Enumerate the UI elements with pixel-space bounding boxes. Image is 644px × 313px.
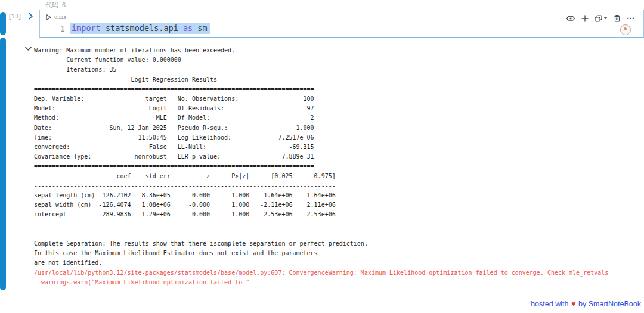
visibility-eye-icon[interactable] xyxy=(566,15,575,22)
code-token-alias: sm xyxy=(197,23,207,33)
footer-branding-link[interactable]: hosted with ♥ by SmartNoteBook xyxy=(531,299,641,308)
execution-count: [13] xyxy=(9,13,21,20)
run-row: 0.11s xyxy=(46,14,66,20)
run-duration: 0.11s xyxy=(54,14,66,20)
footer-suffix: by SmartNoteBook xyxy=(578,300,641,308)
output-text: Warning: Maximum number of iterations ha… xyxy=(34,46,608,268)
duplicate-cell-icon[interactable] xyxy=(595,15,608,22)
caret-down-icon[interactable] xyxy=(603,17,608,20)
collaborator-avatar[interactable] xyxy=(620,24,631,35)
add-cell-icon[interactable] xyxy=(581,15,589,22)
cell-title: 代码_6 xyxy=(45,1,66,10)
code-line-selected[interactable]: import statsmodels.api as sm xyxy=(70,23,210,34)
cell-toolbar: ⋯ xyxy=(566,14,635,22)
more-options-icon[interactable]: ⋯ xyxy=(627,16,635,21)
heart-icon: ♥ xyxy=(571,299,577,308)
delete-trash-icon[interactable] xyxy=(614,14,621,22)
cell-output: Warning: Maximum number of iterations ha… xyxy=(34,46,608,287)
line-number: 1 xyxy=(40,24,65,33)
code-token-keyword: import xyxy=(72,23,106,33)
chevron-down-icon[interactable] xyxy=(25,47,32,51)
code-cell[interactable]: 0.11s ⋯ 1 import statsmodels.api as sm xyxy=(39,10,644,38)
notebook-page: [13] 代码_6 0.11s xyxy=(0,0,644,313)
run-cell-button[interactable] xyxy=(46,14,51,20)
code-token-module: statsmodels.api xyxy=(106,23,183,33)
code-token-keyword: as xyxy=(183,23,197,33)
chevron-right-icon[interactable] xyxy=(27,13,34,20)
stderr-warning-text: /usr/local/lib/python3.12/site-packages/… xyxy=(34,268,608,287)
output-focus-bar[interactable] xyxy=(0,38,6,290)
code-editor-row[interactable]: 1 import statsmodels.api as sm xyxy=(40,23,643,34)
footer-prefix: hosted with xyxy=(531,300,568,308)
cell-focus-bar[interactable] xyxy=(0,12,6,35)
